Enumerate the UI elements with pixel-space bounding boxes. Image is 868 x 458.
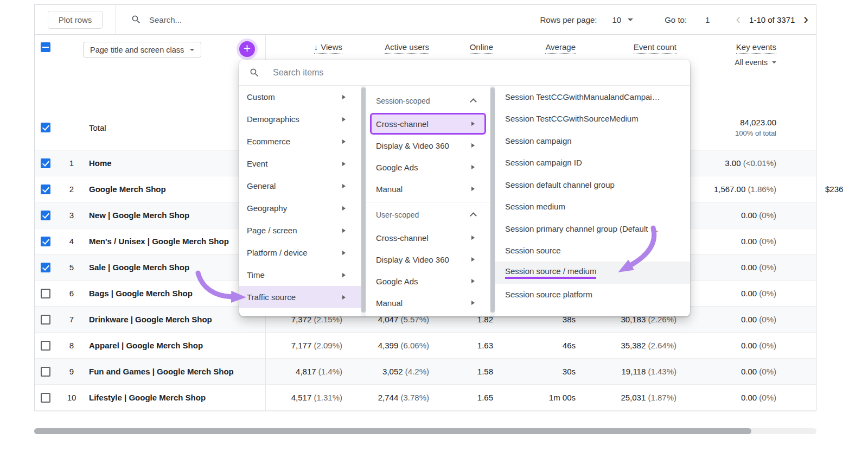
key-events-column-header[interactable]: Key events All events [681,42,816,67]
scope-item[interactable]: Display & Video 360 [366,249,490,270]
row-checkbox[interactable] [41,289,50,298]
chevron-right-icon [342,251,346,255]
event-count-cell: 25,031 (1.87%) [580,393,681,402]
scope-item[interactable]: Manual [366,292,490,314]
chevron-down-icon[interactable] [628,18,633,21]
chevron-up-icon [470,212,477,219]
horizontal-scrollbar-thumb[interactable] [34,428,751,434]
active-users-cell: 2,744 (3.78%) [347,393,433,402]
row-checkbox[interactable] [41,315,50,325]
page-title-cell: New | Google Merch Shop [89,211,189,220]
key-events-cell: 0.00 (0%) [681,341,816,350]
row-checkbox[interactable] [41,393,50,403]
table-search[interactable]: Search... [116,14,540,25]
scope-item[interactable]: Google Ads [366,156,490,178]
scope-group-header[interactable]: Session-scoped [366,89,490,113]
total-checkbox[interactable] [41,123,50,132]
table-row: 8 Apparel | Google Merch Shop 7,177 (2.0… [35,333,816,359]
dimension-item[interactable]: Session primary channel group (Default … [495,218,690,240]
chevron-down-icon [190,49,194,51]
row-checkbox[interactable] [41,185,50,194]
online-cell: 1.63 [433,341,497,350]
category-item[interactable]: General [239,175,361,197]
dimension-item[interactable]: Session campaign ID [495,152,690,174]
scope-item[interactable]: Display & Video 360 [366,135,490,156]
category-item[interactable]: Custom [239,86,361,108]
dimension-selector-label: Page title and screen class [90,46,184,54]
chevron-right-icon [471,187,475,191]
scope-item[interactable]: Cross-channel [370,113,486,135]
chevron-right-icon [342,139,346,144]
category-item[interactable]: Time [239,264,361,286]
rows-per-page-value[interactable]: 10 [612,15,622,24]
row-number: 7 [62,315,81,324]
category-item[interactable]: Event [239,152,361,175]
category-item[interactable]: Platform / device [239,241,361,264]
row-checkbox[interactable] [41,211,50,220]
row-number: 10 [62,393,81,402]
key-events-filter[interactable]: All events [681,58,776,67]
page-title-cell: Home [89,158,112,168]
row-checkbox[interactable] [41,263,50,272]
scope-item[interactable]: Manual [366,178,490,200]
category-label: Ecommerce [247,137,290,146]
category-item[interactable]: Traffic source [239,286,361,308]
category-item[interactable]: Ecommerce [239,130,361,152]
views-cell: 4,817 (1.4%) [265,367,347,376]
scope-group-label: User-scoped [376,211,419,219]
category-item[interactable]: Page / screen [239,219,361,241]
vertical-scrollbar[interactable] [490,86,495,316]
dimension-item-label: Session default channel group [505,180,615,189]
chevron-right-icon [342,228,346,233]
dimension-cell: 4 Men's / Unisex | Google Merch Shop [35,237,265,246]
go-to-input[interactable]: 1 [705,15,710,24]
scope-item[interactable]: Google Ads [366,270,490,292]
add-dimension-button[interactable]: + [239,41,255,57]
chevron-right-icon [342,117,346,122]
key-events-cell: 0.00 (0%) [681,263,816,272]
previous-page-icon[interactable]: ‹ [736,12,741,26]
dimension-item-label: Session source / medium [505,266,596,279]
category-item[interactable]: Geography [239,197,361,219]
dimension-item[interactable]: Session default channel group [495,174,690,196]
page-title-cell: Lifestyle | Google Merch Shop [89,393,206,402]
horizontal-scrollbar-track[interactable] [34,428,816,434]
row-number: 1 [62,158,81,168]
dimension-item[interactable]: Session TestCCGwithManualandCampai… [495,86,690,108]
key-events-cell: 0.00 (0%) [681,315,816,324]
row-checkbox[interactable] [41,367,50,377]
plot-rows-button[interactable]: Plot rows [48,11,103,29]
row-checkbox[interactable] [41,158,50,168]
category-label: Time [247,270,265,279]
average-cell: 30s [497,367,580,376]
picker-search-placeholder: Search items [273,68,323,78]
dimension-item[interactable]: Session medium [495,196,690,218]
row-number: 6 [62,289,81,298]
next-page-icon[interactable]: › [803,12,808,26]
vertical-scrollbar[interactable] [361,86,366,316]
category-item[interactable]: User [239,308,361,316]
revenue-cell: $236 [825,176,843,202]
dimension-item[interactable]: Session TestCCGwithSourceMedium [495,108,690,130]
row-checkbox[interactable] [41,341,50,351]
dimension-selector[interactable]: Page title and screen class [83,42,201,58]
chevron-right-icon [471,257,475,262]
dimension-item[interactable]: Session source platform [495,284,690,306]
active-users-cell: 4,399 (6.06%) [347,341,433,350]
dimension-cell: 1 Home [35,158,265,168]
chevron-right-icon [471,143,475,148]
row-checkbox[interactable] [41,237,50,246]
dimension-item[interactable]: Session source [495,240,690,262]
picker-search[interactable]: Search items [239,60,690,86]
scope-item[interactable]: Cross-channel [366,227,490,249]
page-title-cell: Men's / Unisex | Google Merch Shop [89,237,229,246]
chevron-right-icon [342,273,346,277]
search-icon [249,67,260,78]
row-number: 9 [62,367,81,376]
scope-group-header[interactable]: User-scoped [366,203,490,227]
dimension-item[interactable]: Session source / medium [495,262,690,284]
select-all-checkbox[interactable] [41,42,50,52]
dimension-item[interactable]: Session campaign [495,130,690,152]
category-item[interactable]: Demographics [239,108,361,130]
category-list: Custom Demographics Ecommerce Event Gene… [239,86,361,316]
